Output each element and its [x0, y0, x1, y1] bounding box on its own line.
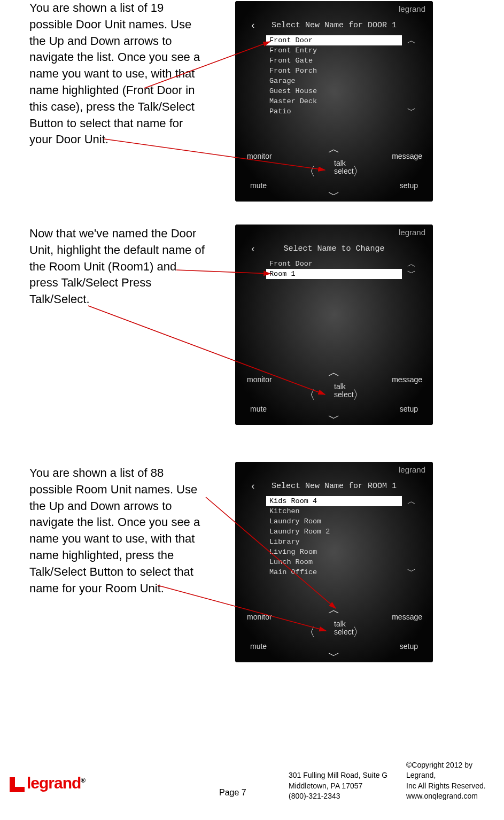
list-item[interactable]: Living Room	[266, 547, 402, 557]
footer-copyright: ©Copyright 2012 by Legrand, Inc All Righ…	[406, 760, 504, 802]
up-arrow-button[interactable]: ︿	[328, 602, 340, 618]
monitor-button[interactable]: monitor	[247, 152, 272, 160]
list-item[interactable]: Garage	[266, 76, 402, 86]
down-arrow-button[interactable]: ﹀	[328, 187, 340, 202]
talk-select-button[interactable]: talkselect	[299, 159, 369, 167]
screen-title: Select New Name for DOOR 1	[272, 21, 397, 30]
list-item[interactable]: Front Door	[266, 35, 402, 45]
back-icon[interactable]: ‹	[250, 20, 256, 31]
monitor-button[interactable]: monitor	[247, 613, 272, 621]
device-photo-2: legrand ‹ Select Name to Change ︿Front D…	[235, 225, 433, 425]
setup-button[interactable]: setup	[400, 181, 418, 190]
page-number: Page 7	[219, 788, 246, 798]
list-item[interactable]: Laundry Room	[266, 516, 402, 527]
down-arrow-button[interactable]: ﹀	[328, 648, 340, 663]
device-photo-1: legrand ‹ Select New Name for DOOR 1 ︿Fr…	[235, 1, 433, 202]
name-list: ︿Front DoorFront EntryFront GateFront Po…	[248, 35, 420, 117]
up-arrow-button[interactable]: ︿	[328, 141, 340, 157]
setup-button[interactable]: setup	[400, 642, 418, 651]
device-photo-3: legrand ‹ Select New Name for ROOM 1 ︿Ki…	[235, 462, 433, 662]
screen-title: Select New Name for ROOM 1	[272, 482, 397, 491]
up-arrow-button[interactable]: ︿	[328, 365, 340, 381]
brand-label: legrand	[399, 4, 425, 13]
list-item[interactable]: Kids Room 4	[266, 496, 402, 506]
mute-button[interactable]: mute	[250, 642, 267, 651]
back-icon[interactable]: ‹	[250, 244, 256, 254]
message-button[interactable]: message	[392, 152, 422, 160]
list-item[interactable]: Front Porch	[266, 66, 402, 76]
list-item[interactable]: Front Gate	[266, 56, 402, 66]
mute-button[interactable]: mute	[250, 405, 267, 413]
list-item[interactable]: Room 1	[266, 269, 402, 279]
page-footer: legrand® Page 7 301 Fulling Mill Road, S…	[0, 755, 504, 808]
scroll-up-icon[interactable]: ︿	[407, 35, 416, 47]
list-item[interactable]: Kitchen	[266, 506, 402, 516]
list-item[interactable]: Front Door	[266, 259, 402, 269]
down-arrow-button[interactable]: ﹀	[328, 411, 340, 426]
list-item[interactable]: Library	[266, 537, 402, 547]
mute-button[interactable]: mute	[250, 181, 267, 190]
scroll-down-icon[interactable]: ﹀	[407, 105, 416, 117]
list-item[interactable]: Lunch Room	[266, 557, 402, 567]
list-item[interactable]: Patio	[266, 106, 402, 117]
brand-label: legrand	[399, 465, 425, 474]
scroll-down-icon[interactable]: ﹀	[407, 268, 416, 279]
list-item[interactable]: Master Deck	[266, 96, 402, 106]
legrand-logo: legrand®	[10, 774, 85, 792]
brand-label: legrand	[399, 228, 425, 237]
list-item[interactable]: Laundry Room 2	[266, 527, 402, 537]
screen-title: Select Name to Change	[283, 244, 384, 253]
scroll-down-icon[interactable]: ﹀	[407, 566, 416, 577]
list-item[interactable]: Front Entry	[266, 45, 402, 56]
footer-address: 301 Fulling Mill Road, Suite G Middletow…	[289, 770, 387, 802]
name-list: ︿Kids Room 4KitchenLaundry RoomLaundry R…	[248, 496, 420, 577]
talk-select-button[interactable]: talkselect	[299, 383, 369, 391]
scroll-up-icon[interactable]: ︿	[407, 496, 416, 507]
control-pad: monitor message mute setup ︿ ﹀ 〈 〉 talks…	[235, 140, 433, 202]
control-pad: monitor message mute setup ︿ ﹀ 〈 〉 talks…	[235, 363, 433, 425]
instruction-paragraph-3: You are shown a list of 88 possible Room…	[29, 465, 206, 597]
list-item[interactable]: Guest House	[266, 86, 402, 96]
message-button[interactable]: message	[392, 613, 422, 621]
back-icon[interactable]: ‹	[250, 481, 256, 492]
message-button[interactable]: message	[392, 375, 422, 384]
instruction-paragraph-1: You are shown a list of 19 possible Door…	[29, 0, 206, 148]
control-pad: monitor message mute setup ︿ ﹀ 〈 〉 talks…	[235, 601, 433, 662]
name-list: ︿Front DoorRoom 1﹀	[248, 259, 420, 279]
instruction-paragraph-2: Now that we've named the Door Unit, high…	[29, 226, 206, 308]
monitor-button[interactable]: monitor	[247, 375, 272, 384]
setup-button[interactable]: setup	[400, 405, 418, 413]
talk-select-button[interactable]: talkselect	[299, 620, 369, 628]
list-item[interactable]: Main Office	[266, 567, 402, 577]
